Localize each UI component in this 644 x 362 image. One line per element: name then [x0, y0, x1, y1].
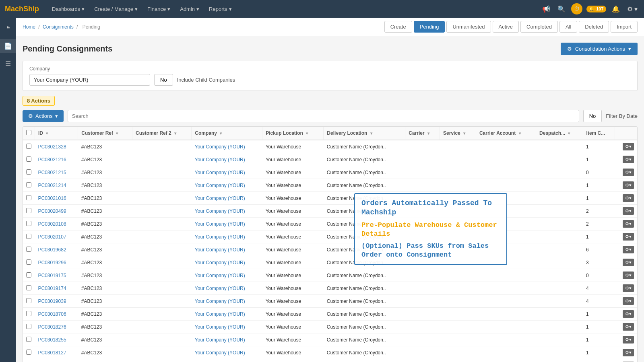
- nav-reports[interactable]: Reports ▾: [204, 0, 237, 18]
- row-id[interactable]: PC03021216: [35, 153, 78, 166]
- row-action-button[interactable]: ⚙▾: [623, 349, 634, 356]
- row-checkbox-cell[interactable]: [23, 308, 35, 321]
- row-action-button[interactable]: ⚙▾: [623, 156, 634, 163]
- tab-pending[interactable]: Pending: [414, 21, 445, 33]
- tab-all[interactable]: All: [559, 21, 577, 33]
- row-id[interactable]: PC03021016: [35, 192, 78, 205]
- settings-icon[interactable]: ⚙ ▾: [625, 4, 639, 14]
- row-checkbox-cell[interactable]: [23, 230, 35, 243]
- row-id[interactable]: PC03018126: [35, 359, 78, 362]
- search-icon[interactable]: 🔍: [556, 4, 567, 14]
- row-checkbox-cell[interactable]: [23, 205, 35, 218]
- row-company[interactable]: Your Company (YOUR): [192, 140, 262, 153]
- notification-badge[interactable]: 🔔 107: [586, 6, 606, 12]
- row-checkbox[interactable]: [26, 337, 31, 342]
- row-company[interactable]: Your Company (YOUR): [192, 243, 262, 256]
- row-checkbox[interactable]: [26, 208, 31, 213]
- row-checkbox[interactable]: [26, 259, 31, 265]
- child-companies-toggle[interactable]: No: [154, 74, 173, 86]
- consolidation-actions-button[interactable]: ⚙ Consolidation Actions ▾: [561, 43, 638, 55]
- row-checkbox[interactable]: [26, 234, 31, 239]
- row-action-button[interactable]: ⚙▾: [623, 310, 634, 318]
- company-input[interactable]: [29, 74, 150, 86]
- row-id[interactable]: PC03019296: [35, 256, 78, 269]
- row-checkbox-cell[interactable]: [23, 218, 35, 230]
- clock-icon[interactable]: ⏱: [571, 3, 582, 14]
- row-checkbox[interactable]: [26, 285, 31, 290]
- row-action-button[interactable]: ⚙▾: [623, 297, 634, 305]
- row-id[interactable]: PC03021328: [35, 140, 78, 153]
- row-checkbox[interactable]: [26, 350, 31, 355]
- row-checkbox-cell[interactable]: [23, 269, 35, 282]
- nav-admin[interactable]: Admin ▾: [175, 0, 204, 18]
- row-company[interactable]: Your Company (YOUR): [192, 308, 262, 321]
- row-action-button[interactable]: ⚙▾: [623, 169, 634, 176]
- row-company[interactable]: Your Company (YOUR): [192, 153, 262, 166]
- row-id[interactable]: PC03021214: [35, 179, 78, 192]
- row-action-button[interactable]: ⚙▾: [623, 259, 634, 266]
- row-action-button[interactable]: ⚙▾: [623, 233, 634, 241]
- row-checkbox-cell[interactable]: [23, 256, 35, 269]
- actions-button[interactable]: ⚙ Actions ▾: [23, 110, 64, 122]
- row-id[interactable]: PC03018127: [35, 346, 78, 359]
- tab-active[interactable]: Active: [493, 21, 519, 33]
- row-checkbox[interactable]: [26, 144, 31, 149]
- row-company[interactable]: Your Company (YOUR): [192, 295, 262, 308]
- alert-icon[interactable]: 🔔: [610, 4, 621, 14]
- row-action-button[interactable]: ⚙▾: [623, 272, 634, 279]
- row-id[interactable]: PC03021215: [35, 166, 78, 179]
- tab-completed[interactable]: Completed: [520, 21, 558, 33]
- th-company[interactable]: Company ▾: [192, 127, 262, 140]
- th-delivery[interactable]: Delivery Location ▾: [324, 127, 405, 140]
- brand-logo[interactable]: MachShip: [5, 5, 39, 13]
- filter-date-toggle[interactable]: No: [583, 110, 602, 122]
- row-company[interactable]: Your Company (YOUR): [192, 166, 262, 179]
- row-action-button[interactable]: ⚙▾: [623, 207, 634, 215]
- row-company[interactable]: Your Company (YOUR): [192, 282, 262, 295]
- sidebar-document-icon[interactable]: 📄: [0, 39, 16, 53]
- row-checkbox[interactable]: [26, 221, 31, 226]
- row-id[interactable]: PC03020108: [35, 218, 78, 230]
- row-action-button[interactable]: ⚙▾: [623, 246, 634, 253]
- row-action-button[interactable]: ⚙▾: [623, 336, 634, 343]
- tab-unmanifested[interactable]: Unmanifested: [446, 21, 491, 33]
- row-id[interactable]: PC03019682: [35, 243, 78, 256]
- row-company[interactable]: Your Company (YOUR): [192, 346, 262, 359]
- row-id[interactable]: PC03020107: [35, 230, 78, 243]
- row-company[interactable]: Your Company (YOUR): [192, 269, 262, 282]
- row-checkbox-cell[interactable]: [23, 140, 35, 153]
- row-checkbox-cell[interactable]: [23, 243, 35, 256]
- row-checkbox[interactable]: [26, 272, 31, 278]
- row-company[interactable]: Your Company (YOUR): [192, 333, 262, 346]
- row-checkbox-cell[interactable]: [23, 166, 35, 179]
- row-checkbox[interactable]: [26, 311, 31, 316]
- row-checkbox-cell[interactable]: [23, 321, 35, 333]
- row-checkbox-cell[interactable]: [23, 295, 35, 308]
- th-id[interactable]: ID ▾: [35, 127, 78, 140]
- row-company[interactable]: Your Company (YOUR): [192, 359, 262, 362]
- row-company[interactable]: Your Company (YOUR): [192, 192, 262, 205]
- row-id[interactable]: PC03018706: [35, 308, 78, 321]
- row-company[interactable]: Your Company (YOUR): [192, 205, 262, 218]
- row-id[interactable]: PC03018276: [35, 321, 78, 333]
- row-company[interactable]: Your Company (YOUR): [192, 179, 262, 192]
- select-all-checkbox[interactable]: [26, 130, 31, 135]
- row-checkbox-cell[interactable]: [23, 153, 35, 166]
- row-checkbox[interactable]: [26, 324, 31, 329]
- row-id[interactable]: PC03019174: [35, 282, 78, 295]
- row-action-button[interactable]: ⚙▾: [623, 181, 634, 189]
- row-checkbox[interactable]: [26, 298, 31, 303]
- row-id[interactable]: PC03019039: [35, 295, 78, 308]
- tab-deleted[interactable]: Deleted: [579, 21, 609, 33]
- nav-create-manage[interactable]: Create / Manage ▾: [89, 0, 142, 18]
- th-pickup[interactable]: Pickup Location ▾: [262, 127, 324, 140]
- row-checkbox[interactable]: [26, 182, 31, 187]
- row-checkbox-cell[interactable]: [23, 346, 35, 359]
- row-id[interactable]: PC03018255: [35, 333, 78, 346]
- th-carrier[interactable]: Carrier ▾: [405, 127, 440, 140]
- row-checkbox[interactable]: [26, 169, 31, 175]
- breadcrumb-home[interactable]: Home: [23, 24, 35, 30]
- row-checkbox-cell[interactable]: [23, 333, 35, 346]
- row-checkbox-cell[interactable]: [23, 359, 35, 362]
- row-action-button[interactable]: ⚙▾: [623, 220, 634, 228]
